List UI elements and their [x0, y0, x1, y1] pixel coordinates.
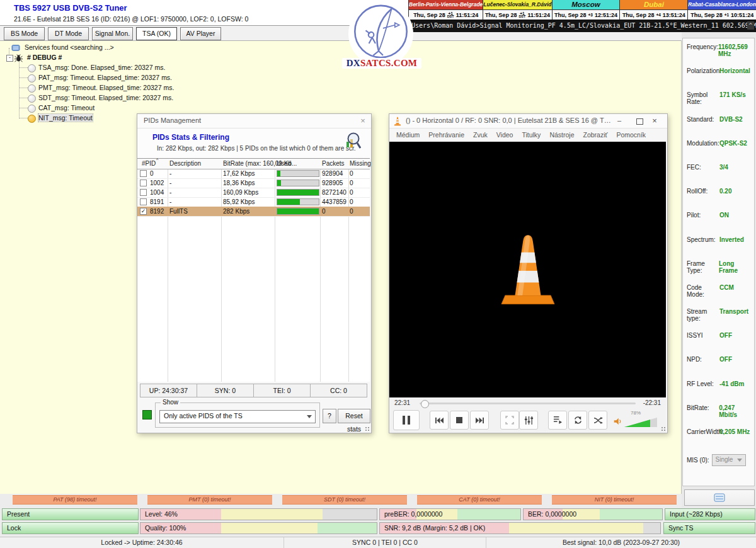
tree-item-label: SDT_msg: Timeout. Elapsed_time: 20327 ms…: [38, 94, 173, 101]
tab-signal-mon[interactable]: Signal Mon.: [92, 27, 133, 40]
seek-slider[interactable]: [420, 402, 636, 404]
speaker-icon[interactable]: [613, 417, 622, 426]
menu-view[interactable]: Zobraziť: [578, 131, 612, 139]
pids-table: #PID ^ Description BitRate (max: 160,09 …: [137, 158, 370, 382]
loop-icon[interactable]: [568, 411, 587, 430]
time-remaining: -22:31: [643, 399, 661, 406]
resize-grip[interactable]: [661, 426, 666, 431]
seek-knob[interactable]: [421, 400, 429, 408]
stats-search-icon[interactable]: [345, 131, 361, 150]
close-icon[interactable]: ×: [647, 116, 662, 125]
pid-checkbox[interactable]: [140, 180, 147, 186]
volume-slider[interactable]: [624, 418, 657, 427]
world-clocks: Berlin-Paris-Vienna-Belgrade Thu, Sep 28…: [408, 0, 756, 20]
pause-button[interactable]: [393, 410, 420, 430]
tree-item-pat-msg[interactable]: PAT_msg: Timeout. Elapsed_time: 20327 ms…: [28, 73, 172, 83]
console-titlebar[interactable]: :\Users\Roman Dávid>Signal Monitoring_PF…: [389, 20, 756, 32]
menu-video[interactable]: Video: [492, 131, 518, 139]
vlc-video-area[interactable]: [389, 142, 666, 397]
tree-item-services[interactable]: Services found <searching ...>: [11, 43, 114, 52]
chevron-down-icon: [737, 459, 742, 462]
tree-item-nit-msg[interactable]: NIT_msg: Timeout: [28, 113, 93, 123]
previous-button[interactable]: [430, 411, 449, 430]
cat-timeout-bar: CAT (0) timeout!: [417, 495, 542, 505]
tab-av-player[interactable]: AV Player: [180, 27, 221, 40]
layers-icon: [714, 493, 725, 502]
playlist-button[interactable]: [548, 411, 567, 430]
scroll-up-icon[interactable]: ^: [747, 21, 754, 30]
pid-checkbox[interactable]: [140, 198, 147, 205]
fullscreen-button[interactable]: [500, 411, 519, 430]
mode-tabs: BS Mode DT Mode Signal Mon. TSA (OK) AV …: [4, 27, 221, 40]
menu-medium[interactable]: Médium: [392, 131, 424, 139]
pid-checkbox[interactable]: [140, 189, 147, 196]
present-indicator: Present: [2, 508, 139, 520]
next-button[interactable]: [470, 411, 489, 430]
tree-item-cat-msg[interactable]: CAT_msg: Timeout: [28, 103, 94, 113]
tree-expander[interactable]: -: [6, 55, 13, 62]
pids-status-strip: UP: 24:30:37 SYN: 0 TEI: 0 CC: 0: [140, 384, 367, 397]
extended-settings-icon[interactable]: [519, 411, 538, 430]
pat-timeout-bar: PAT (98) timeout!: [13, 495, 137, 505]
menu-audio[interactable]: Zvuk: [469, 131, 492, 139]
tree-item-debug[interactable]: # DEBUG #: [14, 53, 62, 62]
vlc-titlebar[interactable]: () - 0 Horizontal 0 / RF: 0 SNR: 0,0 | E…: [389, 114, 667, 128]
menu-help[interactable]: Pomocník: [612, 131, 650, 139]
stop-button[interactable]: [450, 411, 469, 430]
shuffle-icon[interactable]: [588, 411, 607, 430]
snr-text: SNR: 9,2 dB (Margin: 5,2 dB | OK): [384, 523, 485, 534]
menu-subtitles[interactable]: Titulky: [517, 131, 545, 139]
stream-tool-button[interactable]: [684, 489, 755, 506]
param-value: CCM: [719, 284, 734, 308]
tab-tsa[interactable]: TSA (OK): [136, 27, 177, 40]
col-description[interactable]: Description: [169, 160, 201, 167]
mis-select[interactable]: Single: [712, 454, 746, 466]
table-row[interactable]: 8191 - 85,92 Kbps 4437859 0: [137, 197, 370, 207]
param-value: 0,247 Mbit/s: [719, 404, 754, 428]
used-bar: [277, 189, 319, 196]
cell-missing: 0: [350, 180, 353, 186]
col-used[interactable]: Used: [277, 160, 291, 167]
table-row-selected[interactable]: 8192 FullTS 282 Kbps 0 0: [137, 207, 370, 217]
cell-pid: 8192: [150, 208, 164, 215]
used-bar: [277, 198, 319, 205]
col-pid[interactable]: #PID: [142, 160, 156, 167]
param-label: Pilot:: [687, 212, 719, 236]
minimize-icon[interactable]: –: [612, 117, 627, 124]
pid-checkbox-checked[interactable]: [140, 208, 147, 215]
param-label: Code Mode:: [687, 284, 719, 308]
cell-packets: 928905: [322, 180, 343, 186]
tree-item-pmt-msg[interactable]: PMT_msg: Timeout. Elapsed_time: 20327 ms…: [28, 83, 174, 93]
show-filter-select[interactable]: Only active PIDS of the TS: [159, 410, 316, 423]
tree-item-tsa-msg[interactable]: TSA_msg: Done. Elapsed_time: 20327 ms.: [28, 63, 165, 72]
help-button[interactable]: ?: [323, 409, 336, 423]
col-missing[interactable]: Missing: [350, 160, 371, 167]
pids-header: PIDs Stats & Filtering In: 282 Kbps, out…: [137, 128, 371, 159]
param-label: Frame Type:: [687, 260, 719, 284]
pids-table-header[interactable]: #PID ^ Description BitRate (max: 160,09 …: [137, 159, 370, 169]
tuner-params-column: Frequency:11602,569 MHz Polarization:Hor…: [682, 32, 756, 508]
tab-bs-mode[interactable]: BS Mode: [4, 27, 45, 40]
table-row[interactable]: 0 - 17,62 Kbps 928904 0: [137, 169, 370, 179]
param-value: -41 dBm: [719, 380, 744, 404]
table-row[interactable]: 1002 - 18,36 Kbps 928905 0: [137, 178, 370, 188]
param-value: Inverted: [719, 236, 744, 260]
menu-tools[interactable]: Nástroje: [545, 131, 578, 139]
pids-titlebar[interactable]: PIDs Management ×: [137, 114, 371, 128]
sdt-timeout-bar: SDT (0) timeout!: [282, 495, 407, 505]
clock-dubai: Dubai Thu, Sep 28+413:51:24: [619, 0, 687, 20]
reset-stats-button[interactable]: Reset stats: [338, 409, 370, 423]
pid-checkbox[interactable]: [140, 170, 147, 177]
tree-item-label: CAT_msg: Timeout: [38, 104, 94, 111]
maximize-icon[interactable]: [636, 118, 643, 125]
tree-item-sdt-msg[interactable]: SDT_msg: Timeout. Elapsed_time: 20327 ms…: [28, 93, 173, 103]
param-value: 0,205 MHz: [719, 428, 750, 452]
menu-playback[interactable]: Prehrávanie: [424, 131, 469, 139]
cell-bitrate: 160,09 Kbps: [223, 189, 258, 196]
cell-packets: 8272140: [322, 189, 346, 196]
table-row[interactable]: 1004 - 160,09 Kbps 8272140 0: [137, 188, 370, 198]
col-packets[interactable]: Packets: [322, 160, 345, 167]
tab-dt-mode[interactable]: DT Mode: [48, 27, 89, 40]
resize-grip[interactable]: [365, 426, 370, 431]
close-icon[interactable]: ×: [358, 116, 368, 126]
